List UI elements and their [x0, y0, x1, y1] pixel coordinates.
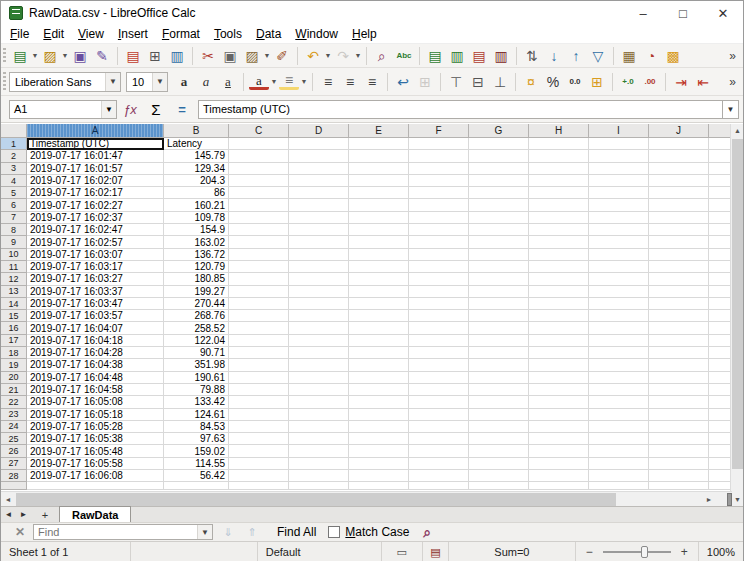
- paste-icon[interactable]: ▨: [242, 46, 262, 66]
- cell-B1[interactable]: Latency: [164, 138, 229, 150]
- cell-E19[interactable]: [349, 359, 409, 371]
- cell-B21[interactable]: 79.88: [164, 384, 229, 396]
- cell-H4[interactable]: [529, 175, 589, 187]
- column-header-partial[interactable]: [709, 124, 732, 138]
- cell-C9[interactable]: [229, 236, 289, 248]
- cell-J14[interactable]: [649, 298, 709, 310]
- scroll-left-icon[interactable]: ◄: [1, 492, 15, 507]
- cell-partial-8[interactable]: [709, 224, 732, 236]
- cell-H6[interactable]: [529, 199, 589, 211]
- cell-F9[interactable]: [409, 236, 469, 248]
- row-header-2[interactable]: 2: [1, 150, 27, 162]
- redo-dropdown-icon[interactable]: ▼: [354, 52, 362, 59]
- cell-H16[interactable]: [529, 322, 589, 334]
- cell-E12[interactable]: [349, 273, 409, 285]
- cell-G12[interactable]: [469, 273, 529, 285]
- cell-F3[interactable]: [409, 163, 469, 175]
- cell-F19[interactable]: [409, 359, 469, 371]
- cell-A12[interactable]: 2019-07-17 16:03:27: [27, 273, 164, 285]
- row-header-14[interactable]: 14: [1, 298, 27, 310]
- cell-J11[interactable]: [649, 261, 709, 273]
- open-icon[interactable]: ▨: [40, 46, 60, 66]
- align-top-icon[interactable]: ⊤: [446, 72, 466, 92]
- cell-F2[interactable]: [409, 150, 469, 162]
- cell-H9[interactable]: [529, 236, 589, 248]
- cell-A9[interactable]: 2019-07-17 16:02:57: [27, 236, 164, 248]
- print-icon[interactable]: ⊞: [145, 46, 165, 66]
- minimize-button[interactable]: –: [623, 1, 663, 25]
- cell-I6[interactable]: [589, 199, 649, 211]
- clone-formatting-icon[interactable]: ✐: [272, 46, 292, 66]
- cell-partial[interactable]: [349, 482, 409, 490]
- cell-G26[interactable]: [469, 445, 529, 457]
- cell-C4[interactable]: [229, 175, 289, 187]
- print-preview-icon[interactable]: ▥: [167, 46, 187, 66]
- cell-J23[interactable]: [649, 409, 709, 421]
- cell-A27[interactable]: 2019-07-17 16:05:58: [27, 458, 164, 470]
- bold-icon[interactable]: a: [174, 72, 194, 92]
- find-and-replace-icon[interactable]: ⌕: [423, 524, 431, 541]
- paste-dropdown-icon[interactable]: ▼: [263, 52, 271, 59]
- cell-G3[interactable]: [469, 163, 529, 175]
- cell-H2[interactable]: [529, 150, 589, 162]
- cell-partial-11[interactable]: [709, 261, 732, 273]
- cell-B11[interactable]: 120.79: [164, 261, 229, 273]
- cell-I5[interactable]: [589, 187, 649, 199]
- cell-C19[interactable]: [229, 359, 289, 371]
- row-header-25[interactable]: 25: [1, 433, 27, 445]
- toolbar-overflow-button[interactable]: »: [726, 49, 739, 63]
- cell-G15[interactable]: [469, 310, 529, 322]
- row-header-partial[interactable]: [1, 482, 27, 490]
- cell-H7[interactable]: [529, 212, 589, 224]
- cell-C24[interactable]: [229, 421, 289, 433]
- percent-format-icon[interactable]: %: [543, 72, 563, 92]
- cell-I10[interactable]: [589, 249, 649, 261]
- align-bottom-icon[interactable]: ⊥: [490, 72, 510, 92]
- zoom-slider[interactable]: [603, 551, 671, 553]
- cell-partial-13[interactable]: [709, 286, 732, 298]
- row-header-11[interactable]: 11: [1, 261, 27, 273]
- cell-E2[interactable]: [349, 150, 409, 162]
- cell-E7[interactable]: [349, 212, 409, 224]
- document-modified-status[interactable]: ▤: [423, 542, 449, 561]
- cell-I21[interactable]: [589, 384, 649, 396]
- sort-ascending-icon[interactable]: ↓: [544, 46, 564, 66]
- cell-E14[interactable]: [349, 298, 409, 310]
- cell-G17[interactable]: [469, 335, 529, 347]
- expand-formula-bar-icon[interactable]: ▼: [723, 100, 739, 119]
- insert-chart-icon[interactable]: ◔: [641, 46, 661, 66]
- cell-C16[interactable]: [229, 322, 289, 334]
- cell-J13[interactable]: [649, 286, 709, 298]
- sort-icon[interactable]: ⇅: [522, 46, 542, 66]
- cell-F7[interactable]: [409, 212, 469, 224]
- row-header-24[interactable]: 24: [1, 421, 27, 433]
- cell-D6[interactable]: [289, 199, 349, 211]
- cell-G13[interactable]: [469, 286, 529, 298]
- cell-B10[interactable]: 136.72: [164, 249, 229, 261]
- save-as-icon[interactable]: ✎: [92, 46, 112, 66]
- row-header-18[interactable]: 18: [1, 347, 27, 359]
- cell-E8[interactable]: [349, 224, 409, 236]
- cell-H17[interactable]: [529, 335, 589, 347]
- cell-H14[interactable]: [529, 298, 589, 310]
- cell-G14[interactable]: [469, 298, 529, 310]
- cell-B4[interactable]: 204.3: [164, 175, 229, 187]
- column-header-A[interactable]: A: [27, 124, 164, 138]
- cell-B5[interactable]: 86: [164, 187, 229, 199]
- maximize-button[interactable]: □: [663, 1, 703, 25]
- cell-F15[interactable]: [409, 310, 469, 322]
- cell-F23[interactable]: [409, 409, 469, 421]
- cell-D12[interactable]: [289, 273, 349, 285]
- highlight-color-icon[interactable]: ≡: [279, 73, 299, 90]
- column-header-J[interactable]: J: [649, 124, 709, 138]
- cell-J19[interactable]: [649, 359, 709, 371]
- cell-G25[interactable]: [469, 433, 529, 445]
- sum-button[interactable]: Σ: [144, 99, 168, 119]
- cell-E24[interactable]: [349, 421, 409, 433]
- chevron-down-icon[interactable]: ▼: [197, 525, 212, 539]
- column-header-H[interactable]: H: [529, 124, 589, 138]
- column-header-I[interactable]: I: [589, 124, 649, 138]
- cell-F10[interactable]: [409, 249, 469, 261]
- cell-F18[interactable]: [409, 347, 469, 359]
- cell-F27[interactable]: [409, 458, 469, 470]
